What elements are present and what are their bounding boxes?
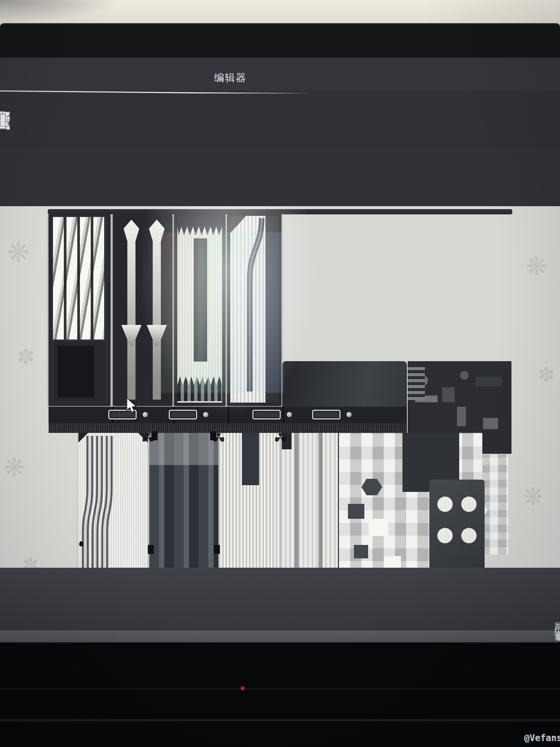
drawer-knob xyxy=(203,412,208,417)
power-led xyxy=(241,687,244,690)
status-bar: 网格 xyxy=(0,630,560,642)
clipped-status-icon xyxy=(557,633,560,640)
black-square xyxy=(57,346,94,397)
wallpaper-flower: ✽ xyxy=(538,363,554,387)
title-bar: 编辑器 xyxy=(0,58,560,90)
drawer-knob xyxy=(346,412,352,417)
hinge-seam xyxy=(0,688,560,689)
mosaic-tile xyxy=(354,545,368,558)
xray-panel-funnel-columns[interactable] xyxy=(113,213,172,406)
drawer-strip xyxy=(49,407,407,423)
funnel-column xyxy=(149,220,165,400)
mosaic-tile xyxy=(369,519,388,536)
edge-tab xyxy=(148,545,154,554)
light-top-band xyxy=(149,433,218,465)
xray-panel-louvers[interactable] xyxy=(49,213,111,406)
textured-baseboard xyxy=(49,423,407,433)
editor-empty-area xyxy=(0,568,560,630)
drawer-knob xyxy=(143,412,148,417)
funnel-column xyxy=(124,220,139,400)
drawer-divider xyxy=(228,407,229,423)
wallpaper-flower: ❋ xyxy=(7,236,30,268)
laptop-lid-edge xyxy=(0,23,560,58)
xray-panel-pipe[interactable] xyxy=(227,213,281,406)
body-seam xyxy=(0,719,560,722)
editor-canvas[interactable]: ❋ ✽ ❋ ✽ ❋ ✽ ❋ ✽ xyxy=(0,206,560,625)
drawer-knob xyxy=(287,412,292,417)
mosaic-tile xyxy=(348,504,364,519)
mouse-cursor xyxy=(125,397,142,414)
hexagon-tile xyxy=(361,478,382,496)
vent-slats xyxy=(408,366,425,400)
bowtie-marker xyxy=(275,433,286,441)
funnel-wedge xyxy=(121,325,141,347)
center-column xyxy=(242,433,259,485)
drawer-divider xyxy=(283,407,284,423)
dark-edge-column xyxy=(265,216,278,403)
lower-dark-panel xyxy=(53,341,106,402)
watermark: @Vefans xyxy=(524,733,560,743)
sawtooth-top xyxy=(177,216,222,235)
edge-tab xyxy=(214,545,220,554)
drawer-handle xyxy=(252,410,281,419)
center-column xyxy=(194,238,207,362)
drawer-handle xyxy=(169,410,197,419)
edge-dot xyxy=(79,541,83,546)
louver-slats xyxy=(53,217,106,340)
lid-notch xyxy=(194,45,220,49)
wallpaper-flower: ❋ xyxy=(526,251,548,282)
laptop-body xyxy=(0,642,560,747)
wallpaper-flower: ✽ xyxy=(17,344,35,369)
bowtie-marker xyxy=(214,433,224,441)
align-steps-icon[interactable] xyxy=(0,106,12,134)
xray-panel-mesh-sawtooth[interactable] xyxy=(174,213,225,406)
wallpaper-flower: ❋ xyxy=(523,483,543,511)
page-title: 编辑器 xyxy=(0,71,461,84)
toolbar: # # # xyxy=(0,93,560,149)
funnel-wedge xyxy=(147,325,167,347)
wall-shadow xyxy=(0,0,119,22)
app-window: 编辑器 xyxy=(0,58,560,642)
drawer-handle xyxy=(312,410,340,419)
wallpaper-flower: ❋ xyxy=(4,453,25,482)
bowtie-marker xyxy=(143,433,153,441)
accordion-bottom xyxy=(177,376,222,401)
photo-of-laptop-screen: 编辑器 xyxy=(0,0,560,747)
